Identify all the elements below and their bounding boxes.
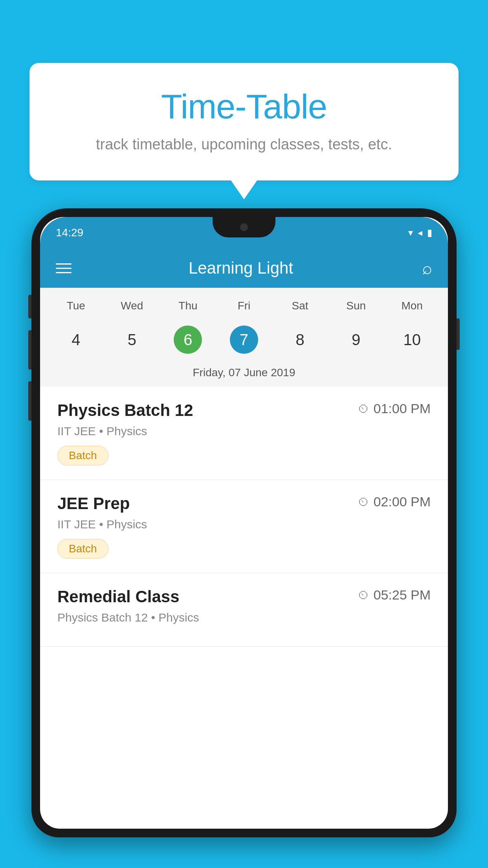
schedule-subtitle-2: IIT JEE • Physics bbox=[57, 518, 431, 531]
speech-bubble: Time-Table track timetable, upcoming cla… bbox=[29, 63, 459, 180]
batch-badge-2: Batch bbox=[57, 539, 108, 559]
app-title: Learning Light bbox=[72, 259, 410, 278]
day-header-mon: Mon bbox=[384, 296, 440, 316]
day-6-today[interactable]: 6 bbox=[160, 319, 216, 360]
day-header-wed: Wed bbox=[104, 296, 160, 316]
day-7-selected[interactable]: 7 bbox=[216, 319, 272, 360]
time-value-1: 01:00 PM bbox=[373, 401, 431, 416]
day-header-sun: Sun bbox=[328, 296, 384, 316]
schedule-subtitle-1: IIT JEE • Physics bbox=[57, 425, 431, 438]
status-time: 14:29 bbox=[56, 226, 83, 239]
clock-icon-2: ⏲ bbox=[358, 495, 369, 509]
schedule-item-2[interactable]: JEE Prep ⏲ 02:00 PM IIT JEE • Physics Ba… bbox=[40, 480, 448, 573]
schedule-time-1: ⏲ 01:00 PM bbox=[358, 401, 431, 416]
phone-screen: 14:29 ▾ ◂ ▮ Learning Light ⌕ bbox=[40, 217, 448, 829]
phone-outer: 14:29 ▾ ◂ ▮ Learning Light ⌕ bbox=[31, 208, 457, 837]
phone-notch bbox=[213, 217, 275, 237]
batch-badge-1: Batch bbox=[57, 446, 108, 465]
day-header-fri: Fri bbox=[216, 296, 272, 316]
phone-vol-up-button bbox=[28, 295, 31, 318]
day-header-thu: Thu bbox=[160, 296, 216, 316]
day-10[interactable]: 10 bbox=[384, 319, 440, 360]
schedule-subtitle-3: Physics Batch 12 • Physics bbox=[57, 611, 431, 624]
schedule-item-header-1: Physics Batch 12 ⏲ 01:00 PM bbox=[57, 401, 431, 420]
camera-dot bbox=[240, 223, 248, 231]
menu-line-2 bbox=[56, 268, 72, 269]
menu-line-3 bbox=[56, 272, 72, 273]
schedule-title-2: JEE Prep bbox=[57, 494, 130, 513]
day-numbers: 4 5 6 7 8 9 10 bbox=[40, 319, 448, 360]
speech-bubble-container: Time-Table track timetable, upcoming cla… bbox=[29, 63, 459, 180]
schedule-time-3: ⏲ 05:25 PM bbox=[358, 587, 431, 603]
schedule-item-3[interactable]: Remedial Class ⏲ 05:25 PM Physics Batch … bbox=[40, 573, 448, 647]
time-value-2: 02:00 PM bbox=[373, 494, 431, 509]
phone-vol-down-button bbox=[28, 330, 31, 370]
bubble-title: Time-Table bbox=[53, 86, 435, 127]
status-icons: ▾ ◂ ▮ bbox=[408, 227, 432, 238]
wifi-icon: ▾ bbox=[408, 227, 413, 238]
time-value-3: 05:25 PM bbox=[373, 587, 431, 603]
day-8[interactable]: 8 bbox=[272, 319, 328, 360]
phone-power-button bbox=[457, 318, 460, 350]
status-bar: 14:29 ▾ ◂ ▮ bbox=[40, 217, 448, 248]
selected-date-label: Friday, 07 June 2019 bbox=[40, 360, 448, 387]
schedule-time-2: ⏲ 02:00 PM bbox=[358, 494, 431, 509]
battery-icon: ▮ bbox=[427, 227, 432, 238]
schedule-list: Physics Batch 12 ⏲ 01:00 PM IIT JEE • Ph… bbox=[40, 387, 448, 647]
hamburger-menu-icon[interactable] bbox=[56, 263, 72, 273]
day-header-tue: Tue bbox=[48, 296, 104, 316]
search-icon[interactable]: ⌕ bbox=[422, 258, 432, 278]
schedule-title-1: Physics Batch 12 bbox=[57, 401, 193, 420]
calendar-strip: Tue Wed Thu Fri Sat Sun Mon 4 5 6 7 bbox=[40, 288, 448, 387]
day-header-sat: Sat bbox=[272, 296, 328, 316]
menu-line-1 bbox=[56, 263, 72, 265]
day-headers: Tue Wed Thu Fri Sat Sun Mon bbox=[40, 296, 448, 316]
phone-container: 14:29 ▾ ◂ ▮ Learning Light ⌕ bbox=[31, 208, 457, 868]
clock-icon-3: ⏲ bbox=[358, 588, 369, 602]
schedule-title-3: Remedial Class bbox=[57, 587, 180, 606]
clock-icon-1: ⏲ bbox=[358, 402, 369, 416]
schedule-item-1[interactable]: Physics Batch 12 ⏲ 01:00 PM IIT JEE • Ph… bbox=[40, 387, 448, 480]
day-5[interactable]: 5 bbox=[104, 319, 160, 360]
phone-vol-down2-button bbox=[28, 381, 31, 421]
schedule-item-header-3: Remedial Class ⏲ 05:25 PM bbox=[57, 587, 431, 606]
signal-icon: ◂ bbox=[418, 227, 422, 238]
bubble-subtitle: track timetable, upcoming classes, tests… bbox=[53, 136, 435, 153]
app-bar: Learning Light ⌕ bbox=[40, 248, 448, 288]
day-4[interactable]: 4 bbox=[48, 319, 104, 360]
day-9[interactable]: 9 bbox=[328, 319, 384, 360]
schedule-item-header-2: JEE Prep ⏲ 02:00 PM bbox=[57, 494, 431, 513]
